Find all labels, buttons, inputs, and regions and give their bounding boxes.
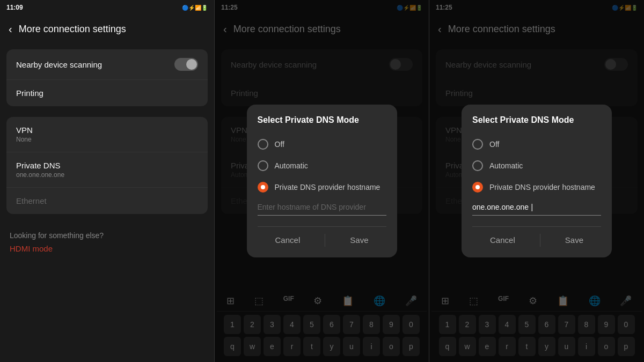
radio-auto-label-2: Automatic [275, 161, 308, 170]
spacer-1 [0, 108, 214, 115]
radio-off-label-2: Off [275, 140, 284, 149]
radio-hostname-label-2: Private DNS provider hostname [275, 183, 380, 191]
dialog-buttons-2: Cancel Save [258, 226, 386, 247]
nearby-title-1: Nearby device scanning [16, 60, 102, 69]
looking-title-1: Looking for something else? [10, 231, 204, 240]
dns-input-area-3[interactable]: one.one.one.one | [472, 202, 601, 216]
dns-input-area-2[interactable]: Enter hostname of DNS provider [258, 202, 386, 216]
dialog-title-2: Select Private DNS Mode [258, 115, 386, 125]
dialog-buttons-3: Cancel Save [472, 226, 601, 247]
radio-off-3[interactable]: Off [472, 134, 601, 155]
radio-auto-circle-2 [258, 160, 268, 171]
vpn-title-1: VPN [16, 125, 33, 135]
save-button-3[interactable]: Save [554, 233, 594, 247]
toggle-knob-1 [186, 59, 197, 70]
dns-placeholder-2: Enter hostname of DNS provider [258, 203, 366, 211]
status-icons-1: 🔵⚡📶🔋 [182, 5, 208, 11]
radio-auto-3[interactable]: Automatic [472, 155, 601, 176]
looking-section-1: Looking for something else? HDMI mode [0, 223, 214, 262]
radio-inner-3 [475, 185, 480, 189]
radio-off-circle-3 [472, 139, 483, 150]
button-divider-3 [540, 234, 540, 247]
settings-list-1: Nearby device scanning Printing VPN None [0, 43, 214, 362]
radio-hostname-3[interactable]: Private DNS provider hostname [472, 176, 601, 198]
radio-off-circle-2 [258, 139, 268, 150]
radio-off-label-3: Off [489, 140, 499, 149]
phone-panel-2: 11:25 🔵⚡📶🔋 ‹ More connection settings Ne… [215, 0, 429, 362]
phone-panel-1: 11:09 🔵⚡📶🔋 ‹ More connection settings Ne… [0, 0, 215, 362]
radio-hostname-label-3: Private DNS provider hostname [489, 183, 595, 191]
back-button-1[interactable]: ‹ [9, 23, 12, 35]
status-bar-1: 11:09 🔵⚡📶🔋 [0, 0, 214, 15]
nearby-device-item-1[interactable]: Nearby device scanning [6, 49, 208, 80]
radio-off-2[interactable]: Off [258, 134, 386, 155]
ethernet-item-1[interactable]: Ethernet [6, 188, 208, 214]
vpn-subtitle-1: None [16, 136, 33, 143]
radio-hostname-circle-3 [472, 182, 483, 193]
dns-dialog-2: Select Private DNS Mode Off Automatic Pr… [247, 105, 397, 257]
cancel-button-3[interactable]: Cancel [479, 233, 526, 247]
signal-icon-1: 🔵⚡📶🔋 [182, 5, 208, 11]
cancel-button-2[interactable]: Cancel [265, 233, 311, 247]
dns-input-value-3[interactable]: one.one.one.one [472, 203, 529, 211]
nearby-toggle-1[interactable] [174, 58, 198, 71]
save-button-2[interactable]: Save [339, 233, 379, 247]
page-title-1: More connection settings [19, 24, 126, 35]
settings-card-1-1: Nearby device scanning Printing [6, 49, 208, 106]
dns-dialog-3: Select Private DNS Mode Off Automatic Pr… [462, 105, 612, 257]
dialog-title-3: Select Private DNS Mode [472, 115, 601, 125]
privatedns-subtitle-1: one.one.one.one [16, 171, 64, 179]
spacer-2 [0, 216, 214, 223]
radio-hostname-2[interactable]: Private DNS provider hostname [258, 176, 386, 198]
radio-auto-circle-3 [472, 160, 483, 171]
status-time-1: 11:09 [6, 4, 23, 11]
dialog-overlay-2: Select Private DNS Mode Off Automatic Pr… [215, 0, 429, 362]
vpn-item-1[interactable]: VPN None [6, 117, 208, 152]
radio-hostname-circle-2 [258, 182, 268, 193]
radio-inner-2 [261, 185, 265, 189]
privatedns-item-1[interactable]: Private DNS one.one.one.one [6, 152, 208, 188]
dialog-overlay-3: Select Private DNS Mode Off Automatic Pr… [429, 0, 644, 362]
ethernet-title-1: Ethernet [16, 196, 47, 205]
button-divider-2 [325, 234, 325, 247]
privatedns-title-1: Private DNS [16, 161, 64, 170]
radio-auto-label-3: Automatic [489, 161, 523, 170]
header-bar-1: ‹ More connection settings [0, 15, 214, 43]
printing-title-1: Printing [16, 88, 43, 98]
phone-panel-3: 11:25 🔵⚡📶🔋 ‹ More connection settings Ne… [429, 0, 644, 362]
radio-auto-2[interactable]: Automatic [258, 155, 386, 176]
settings-card-1-2: VPN None Private DNS one.one.one.one Eth… [6, 117, 208, 214]
printing-item-1[interactable]: Printing [6, 80, 208, 106]
hdmi-link-1[interactable]: HDMI mode [10, 244, 204, 253]
